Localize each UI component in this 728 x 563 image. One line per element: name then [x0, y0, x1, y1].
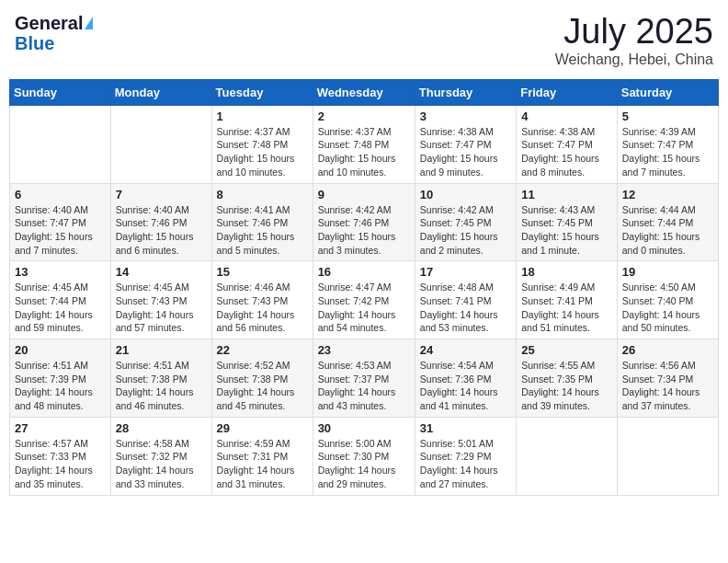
day-detail: Sunrise: 4:51 AM Sunset: 7:38 PM Dayligh…: [116, 359, 207, 413]
day-of-week-header: Sunday: [10, 79, 111, 105]
calendar-day-cell: 2Sunrise: 4:37 AM Sunset: 7:48 PM Daylig…: [313, 105, 415, 183]
day-number: 29: [217, 421, 308, 435]
calendar-day-cell: 17Sunrise: 4:48 AM Sunset: 7:41 PM Dayli…: [415, 261, 516, 339]
day-number: 2: [318, 109, 410, 123]
day-detail: Sunrise: 4:46 AM Sunset: 7:43 PM Dayligh…: [217, 281, 308, 335]
calendar-day-cell: [10, 105, 111, 183]
calendar-day-cell: 7Sunrise: 4:40 AM Sunset: 7:46 PM Daylig…: [110, 183, 211, 261]
day-number: 3: [420, 109, 511, 123]
day-detail: Sunrise: 4:53 AM Sunset: 7:37 PM Dayligh…: [318, 359, 410, 413]
calendar-day-cell: 27Sunrise: 4:57 AM Sunset: 7:33 PM Dayli…: [10, 417, 111, 495]
calendar-week-row: 1Sunrise: 4:37 AM Sunset: 7:48 PM Daylig…: [10, 105, 719, 183]
calendar-week-row: 6Sunrise: 4:40 AM Sunset: 7:47 PM Daylig…: [10, 183, 719, 261]
calendar-day-cell: 22Sunrise: 4:52 AM Sunset: 7:38 PM Dayli…: [211, 339, 313, 418]
day-detail: Sunrise: 4:37 AM Sunset: 7:48 PM Dayligh…: [318, 125, 410, 179]
calendar-day-cell: 6Sunrise: 4:40 AM Sunset: 7:47 PM Daylig…: [10, 183, 111, 261]
calendar-day-cell: 8Sunrise: 4:41 AM Sunset: 7:46 PM Daylig…: [211, 183, 313, 261]
day-number: 25: [521, 343, 612, 357]
day-detail: Sunrise: 4:37 AM Sunset: 7:48 PM Dayligh…: [217, 125, 308, 179]
calendar-day-cell: 11Sunrise: 4:43 AM Sunset: 7:45 PM Dayli…: [517, 183, 618, 261]
day-number: 21: [116, 343, 207, 357]
calendar-week-row: 27Sunrise: 4:57 AM Sunset: 7:33 PM Dayli…: [10, 417, 719, 495]
day-number: 28: [116, 421, 207, 435]
day-detail: Sunrise: 5:01 AM Sunset: 7:29 PM Dayligh…: [420, 437, 511, 491]
day-detail: Sunrise: 4:48 AM Sunset: 7:41 PM Dayligh…: [420, 281, 511, 335]
day-detail: Sunrise: 4:55 AM Sunset: 7:35 PM Dayligh…: [521, 359, 612, 413]
day-detail: Sunrise: 4:41 AM Sunset: 7:46 PM Dayligh…: [217, 203, 308, 258]
day-number: 1: [217, 109, 308, 123]
day-detail: Sunrise: 4:49 AM Sunset: 7:41 PM Dayligh…: [521, 281, 612, 335]
calendar-day-cell: 18Sunrise: 4:49 AM Sunset: 7:41 PM Dayli…: [517, 261, 618, 339]
day-number: 12: [622, 188, 713, 201]
calendar-day-cell: 13Sunrise: 4:45 AM Sunset: 7:44 PM Dayli…: [10, 261, 111, 339]
calendar-day-cell: 15Sunrise: 4:46 AM Sunset: 7:43 PM Dayli…: [211, 261, 313, 339]
day-number: 22: [217, 343, 308, 357]
subtitle: Weichang, Hebei, China: [555, 52, 713, 68]
calendar-day-cell: [617, 417, 718, 495]
day-of-week-header: Thursday: [415, 79, 516, 105]
calendar-day-cell: 3Sunrise: 4:38 AM Sunset: 7:47 PM Daylig…: [415, 105, 516, 183]
calendar-day-cell: [517, 417, 618, 495]
calendar-day-cell: [110, 105, 211, 183]
day-detail: Sunrise: 4:42 AM Sunset: 7:45 PM Dayligh…: [420, 203, 511, 258]
day-detail: Sunrise: 4:40 AM Sunset: 7:46 PM Dayligh…: [116, 203, 207, 258]
day-detail: Sunrise: 4:44 AM Sunset: 7:44 PM Dayligh…: [622, 203, 713, 258]
day-number: 30: [318, 421, 410, 435]
day-detail: Sunrise: 4:50 AM Sunset: 7:40 PM Dayligh…: [622, 281, 713, 335]
day-detail: Sunrise: 4:43 AM Sunset: 7:45 PM Dayligh…: [521, 203, 612, 258]
day-detail: Sunrise: 4:38 AM Sunset: 7:47 PM Dayligh…: [521, 125, 612, 179]
day-number: 4: [521, 109, 612, 123]
calendar-day-cell: 9Sunrise: 4:42 AM Sunset: 7:46 PM Daylig…: [313, 183, 415, 261]
day-number: 31: [420, 421, 511, 435]
day-detail: Sunrise: 4:59 AM Sunset: 7:31 PM Dayligh…: [217, 437, 308, 491]
day-number: 27: [15, 421, 106, 435]
calendar-body: 1Sunrise: 4:37 AM Sunset: 7:48 PM Daylig…: [10, 105, 719, 495]
title-block: July 2025 Weichang, Hebei, China: [555, 13, 713, 68]
calendar-day-cell: 29Sunrise: 4:59 AM Sunset: 7:31 PM Dayli…: [211, 417, 313, 495]
day-number: 19: [622, 265, 713, 279]
day-number: 9: [318, 188, 410, 201]
calendar-week-row: 20Sunrise: 4:51 AM Sunset: 7:39 PM Dayli…: [10, 339, 719, 418]
calendar-day-cell: 21Sunrise: 4:51 AM Sunset: 7:38 PM Dayli…: [110, 339, 211, 418]
day-number: 14: [116, 265, 207, 279]
calendar-day-cell: 19Sunrise: 4:50 AM Sunset: 7:40 PM Dayli…: [617, 261, 718, 339]
calendar-day-cell: 12Sunrise: 4:44 AM Sunset: 7:44 PM Dayli…: [617, 183, 718, 261]
day-number: 7: [116, 188, 207, 201]
day-number: 17: [420, 265, 511, 279]
calendar-day-cell: 31Sunrise: 5:01 AM Sunset: 7:29 PM Dayli…: [415, 417, 516, 495]
day-number: 13: [15, 265, 106, 279]
calendar-week-row: 13Sunrise: 4:45 AM Sunset: 7:44 PM Dayli…: [10, 261, 719, 339]
day-number: 6: [15, 188, 106, 201]
day-detail: Sunrise: 4:40 AM Sunset: 7:47 PM Dayligh…: [15, 203, 106, 258]
day-detail: Sunrise: 4:56 AM Sunset: 7:34 PM Dayligh…: [622, 359, 713, 413]
logo-blue-text: Blue: [15, 33, 54, 53]
calendar-day-cell: 26Sunrise: 4:56 AM Sunset: 7:34 PM Dayli…: [617, 339, 718, 418]
day-detail: Sunrise: 4:47 AM Sunset: 7:42 PM Dayligh…: [318, 281, 410, 335]
day-number: 16: [318, 265, 410, 279]
day-detail: Sunrise: 4:42 AM Sunset: 7:46 PM Dayligh…: [318, 203, 410, 258]
logo: General Blue: [15, 13, 93, 53]
day-number: 20: [15, 343, 106, 357]
day-number: 5: [622, 109, 713, 123]
day-number: 15: [217, 265, 308, 279]
day-detail: Sunrise: 4:52 AM Sunset: 7:38 PM Dayligh…: [217, 359, 308, 413]
calendar-day-cell: 16Sunrise: 4:47 AM Sunset: 7:42 PM Dayli…: [313, 261, 415, 339]
calendar-day-cell: 23Sunrise: 4:53 AM Sunset: 7:37 PM Dayli…: [313, 339, 415, 418]
day-detail: Sunrise: 4:51 AM Sunset: 7:39 PM Dayligh…: [15, 359, 106, 413]
calendar-day-cell: 20Sunrise: 4:51 AM Sunset: 7:39 PM Dayli…: [10, 339, 111, 418]
calendar-table: SundayMondayTuesdayWednesdayThursdayFrid…: [9, 79, 719, 496]
calendar-day-cell: 10Sunrise: 4:42 AM Sunset: 7:45 PM Dayli…: [415, 183, 516, 261]
logo-general-text: General: [15, 13, 83, 33]
day-detail: Sunrise: 4:45 AM Sunset: 7:43 PM Dayligh…: [116, 281, 207, 335]
day-number: 8: [217, 188, 308, 201]
main-title: July 2025: [555, 13, 713, 52]
calendar-day-cell: 5Sunrise: 4:39 AM Sunset: 7:47 PM Daylig…: [617, 105, 718, 183]
day-of-week-header: Monday: [110, 79, 211, 105]
calendar-day-cell: 1Sunrise: 4:37 AM Sunset: 7:48 PM Daylig…: [211, 105, 313, 183]
calendar-day-cell: 14Sunrise: 4:45 AM Sunset: 7:43 PM Dayli…: [110, 261, 211, 339]
day-detail: Sunrise: 4:39 AM Sunset: 7:47 PM Dayligh…: [622, 125, 713, 179]
day-of-week-header: Saturday: [617, 79, 718, 105]
day-number: 23: [318, 343, 410, 357]
day-number: 26: [622, 343, 713, 357]
day-detail: Sunrise: 4:38 AM Sunset: 7:47 PM Dayligh…: [420, 125, 511, 179]
